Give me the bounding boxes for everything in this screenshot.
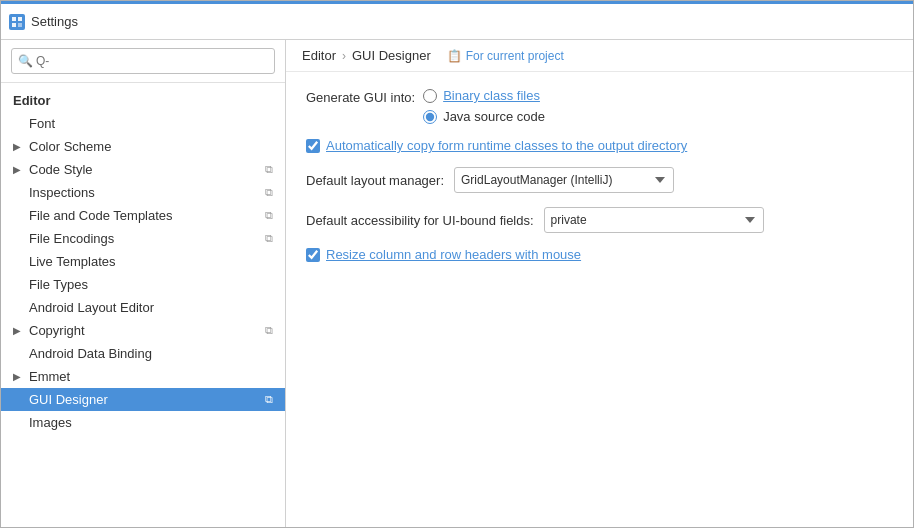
default-accessibility-select[interactable]: private protected public package-private xyxy=(544,207,764,233)
default-layout-label: Default layout manager: xyxy=(306,173,444,188)
sidebar-item-file-types-label: File Types xyxy=(29,277,88,292)
radio-group-generate: Binary class files Java source code xyxy=(423,88,545,124)
sidebar-item-code-style-label: Code Style xyxy=(29,162,93,177)
sidebar-item-images[interactable]: Images xyxy=(1,411,285,434)
copy-icon: ⧉ xyxy=(265,209,273,222)
resize-row: Resize column and row headers with mouse xyxy=(306,247,893,262)
sidebar-item-emmet-label: Emmet xyxy=(29,369,70,384)
radio-option-java: Java source code xyxy=(423,109,545,124)
default-layout-row: Default layout manager: GridLayoutManage… xyxy=(306,167,893,193)
generate-gui-label: Generate GUI into: xyxy=(306,88,423,105)
resize-checkbox[interactable] xyxy=(306,248,320,262)
svg-rect-0 xyxy=(12,17,16,21)
svg-rect-2 xyxy=(12,23,16,27)
radio-binary[interactable] xyxy=(423,89,437,103)
default-accessibility-label: Default accessibility for UI-bound field… xyxy=(306,213,534,228)
sidebar-item-live-templates-label: Live Templates xyxy=(29,254,115,269)
sidebar-item-file-types[interactable]: File Types xyxy=(1,273,285,296)
sidebar-item-gui-designer[interactable]: GUI Designer ⧉ xyxy=(1,388,285,411)
sidebar-item-gui-designer-label: GUI Designer xyxy=(29,392,108,407)
sidebar-item-images-label: Images xyxy=(29,415,72,430)
sidebar-section-editor: Editor Font ▶ Color Scheme ▶ Code Style … xyxy=(1,83,285,438)
sidebar-item-file-encodings[interactable]: File Encodings ⧉ xyxy=(1,227,285,250)
sidebar-item-font[interactable]: Font xyxy=(1,112,285,135)
default-accessibility-row: Default accessibility for UI-bound field… xyxy=(306,207,893,233)
copy-icon: ⧉ xyxy=(265,393,273,406)
copy-icon: ⧉ xyxy=(265,324,273,337)
breadcrumb-current: GUI Designer xyxy=(352,48,431,63)
breadcrumb: Editor › GUI Designer 📋 For current proj… xyxy=(286,40,913,72)
svg-rect-3 xyxy=(18,23,22,27)
sidebar-item-font-label: Font xyxy=(29,116,55,131)
chevron-right-icon: ▶ xyxy=(13,141,25,152)
sidebar-item-color-scheme[interactable]: ▶ Color Scheme xyxy=(1,135,285,158)
sidebar-item-inspections[interactable]: Inspections ⧉ xyxy=(1,181,285,204)
sidebar-item-file-code-templates[interactable]: File and Code Templates ⧉ xyxy=(1,204,285,227)
radio-java-label: Java source code xyxy=(443,109,545,124)
copy-icon: ⧉ xyxy=(265,186,273,199)
main-panel: Editor › GUI Designer 📋 For current proj… xyxy=(286,40,913,527)
sidebar-item-file-code-templates-label: File and Code Templates xyxy=(29,208,173,223)
breadcrumb-separator: › xyxy=(342,49,346,63)
sidebar-item-color-scheme-label: Color Scheme xyxy=(29,139,111,154)
window-title: Settings xyxy=(31,14,78,29)
auto-copy-label[interactable]: Automatically copy form runtime classes … xyxy=(326,138,687,153)
sidebar-group-editor: Editor xyxy=(1,87,285,112)
resize-label[interactable]: Resize column and row headers with mouse xyxy=(326,247,581,262)
sidebar-item-emmet[interactable]: ▶ Emmet xyxy=(1,365,285,388)
search-icon: 🔍 xyxy=(18,54,33,68)
title-bar: Settings xyxy=(1,4,913,40)
radio-java[interactable] xyxy=(423,110,437,124)
auto-copy-checkbox[interactable] xyxy=(306,139,320,153)
settings-content: Generate GUI into: Binary class files Ja… xyxy=(286,72,913,527)
breadcrumb-project-label: For current project xyxy=(466,49,564,63)
sidebar-item-android-data-binding[interactable]: Android Data Binding xyxy=(1,342,285,365)
sidebar-item-android-layout-editor[interactable]: Android Layout Editor xyxy=(1,296,285,319)
app-icon xyxy=(9,14,25,30)
default-layout-select[interactable]: GridLayoutManager (IntelliJ) GridBagLayo… xyxy=(454,167,674,193)
chevron-right-icon: ▶ xyxy=(13,371,25,382)
sidebar: 🔍 Editor Font ▶ Color Scheme ▶ xyxy=(1,40,286,527)
sidebar-item-code-style[interactable]: ▶ Code Style ⧉ xyxy=(1,158,285,181)
breadcrumb-parent: Editor xyxy=(302,48,336,63)
search-box: 🔍 xyxy=(1,40,285,83)
sidebar-item-copyright[interactable]: ▶ Copyright ⧉ xyxy=(1,319,285,342)
project-icon: 📋 xyxy=(447,49,462,63)
sidebar-item-android-data-binding-label: Android Data Binding xyxy=(29,346,152,361)
breadcrumb-project-link[interactable]: 📋 For current project xyxy=(447,49,564,63)
generate-gui-row: Generate GUI into: Binary class files Ja… xyxy=(306,88,893,124)
search-input[interactable] xyxy=(11,48,275,74)
copy-icon: ⧉ xyxy=(265,232,273,245)
radio-binary-label[interactable]: Binary class files xyxy=(443,88,540,103)
auto-copy-row: Automatically copy form runtime classes … xyxy=(306,138,893,153)
copy-icon: ⧉ xyxy=(265,163,273,176)
chevron-right-icon: ▶ xyxy=(13,325,25,336)
sidebar-item-android-layout-editor-label: Android Layout Editor xyxy=(29,300,154,315)
radio-option-binary: Binary class files xyxy=(423,88,545,103)
sidebar-item-copyright-label: Copyright xyxy=(29,323,85,338)
sidebar-item-file-encodings-label: File Encodings xyxy=(29,231,114,246)
chevron-right-icon: ▶ xyxy=(13,164,25,175)
sidebar-item-live-templates[interactable]: Live Templates xyxy=(1,250,285,273)
sidebar-item-inspections-label: Inspections xyxy=(29,185,95,200)
svg-rect-1 xyxy=(18,17,22,21)
